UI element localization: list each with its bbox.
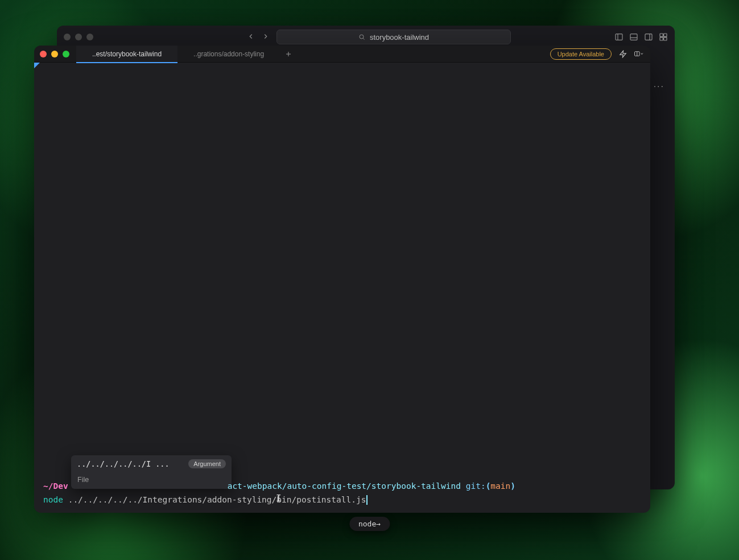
update-label: Update Available [558,51,604,57]
editor-more-icon[interactable]: ··· [654,81,664,92]
close-dot[interactable] [64,34,71,40]
command-argument: ../../../../../Integrations/addon-stylin… [63,493,366,507]
autocomplete-badge: Argument [188,459,226,468]
prompt-home-segment: ~/Dev [43,481,68,491]
tab-label: ..grations/addon-styling [193,50,264,58]
svg-point-0 [360,35,364,39]
autocomplete-path: ../../../../../I ... [77,459,170,468]
minimize-dot[interactable] [75,34,82,40]
text-cursor [366,495,368,505]
svg-rect-9 [664,34,667,36]
zoom-dot[interactable] [86,34,93,40]
prompt-cwd-line: ~/Devact-webpack/auto-config-test/storyb… [43,479,641,493]
panel-bottom-icon[interactable] [629,32,638,42]
minimize-dot[interactable] [51,51,58,57]
tab-strip: ..est/storybook-tailwind ..grations/addo… [76,46,543,62]
svg-rect-8 [660,34,663,36]
status-text: node→ [358,520,381,528]
tab-label: ..est/storybook-tailwind [92,50,162,58]
new-tab-button[interactable] [280,46,297,62]
terminal-body[interactable]: ../../../../../I ... Argument File ~/Dev… [34,63,650,513]
svg-rect-10 [660,38,663,40]
search-text: storybook-tailwind [370,33,429,42]
prompt-path-rest: act-webpack/auto-config-test/storybook-t… [228,481,461,491]
prompt-git-label: git: [466,481,486,491]
bolt-icon[interactable] [618,50,627,59]
terminal-titlebar: ..est/storybook-tailwind ..grations/addo… [34,46,650,63]
tab-2[interactable]: ..grations/addon-styling [177,46,280,63]
prompt-branch: main [490,481,510,491]
command-search-bar[interactable]: storybook-tailwind [276,30,511,44]
svg-rect-4 [630,34,637,40]
layout-icon[interactable] [659,32,668,42]
close-dot[interactable] [40,51,47,57]
plus-icon [285,51,292,57]
split-dropdown-icon[interactable] [634,50,643,59]
terminal-window: ..est/storybook-tailwind ..grations/addo… [34,46,650,513]
prompt-paren-close: ) [510,481,515,491]
panel-left-icon[interactable] [614,32,624,42]
update-available-button[interactable]: Update Available [550,48,612,60]
command-name: node [43,493,63,507]
process-status-pill[interactable]: node→ [349,517,390,531]
editor-titlebar: storybook-tailwind [57,26,675,48]
svg-rect-2 [616,34,622,40]
nav-forward-icon[interactable] [262,32,270,42]
panel-right-icon[interactable] [644,32,653,42]
nav-back-icon[interactable] [247,32,255,42]
prompt-area: ~/Devact-webpack/auto-config-test/storyb… [43,479,641,507]
svg-line-1 [363,38,364,39]
zoom-dot[interactable] [63,51,69,57]
search-icon [358,34,365,40]
traffic-lights-active [40,51,69,57]
traffic-lights-inactive [64,34,93,40]
tab-1[interactable]: ..est/storybook-tailwind [76,46,177,63]
svg-rect-11 [664,38,667,40]
prompt-command-line[interactable]: node ../../../../../Integrations/addon-s… [43,493,641,507]
svg-marker-14 [620,51,626,57]
svg-rect-6 [645,34,652,40]
